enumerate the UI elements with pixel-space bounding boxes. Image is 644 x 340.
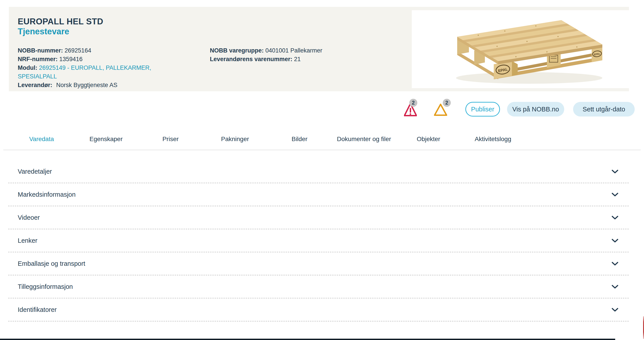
accordion-row-tilleggsinformasjon[interactable]: Tilleggsinformasjon [8,275,629,298]
supplier-item-number-label: Leverandørens varenummer: [210,56,292,62]
nrf-number-row: NRF-nummer: 1359416 [18,55,173,63]
view-on-nobb-button[interactable]: Vis på NOBB.no [507,102,564,116]
section-title: Identifikatorer [18,306,57,314]
nobb-number-value: 26925164 [65,47,91,54]
nrf-number-value: 1359416 [60,56,83,62]
section-title: Varedetaljer [18,168,52,175]
nrf-number-label: NRF-nummer: [18,56,58,62]
nobb-group-value: 0401001 Pallekarmer [266,47,322,54]
nobb-group-label: NOBB varegruppe: [210,47,264,54]
tab-pakninger[interactable]: Pakninger [203,136,267,143]
accordion-row-varedetaljer[interactable]: Varedetaljer [8,160,629,183]
accordion-row-identifikatorer[interactable]: Identifikatorer [8,298,629,322]
accordion-row-emballasje-og-transport[interactable]: Emballasje og transport [8,252,629,275]
chevron-down-icon [612,239,618,243]
error-indicator[interactable]: 2 [404,102,417,117]
tab-aktivitetslogg[interactable]: Aktivitetslogg [461,136,525,143]
product-info-fields: NOBB-nummer: 26925164 NRF-nummer: 135941… [18,46,408,89]
accordion-row-markedsinformasjon[interactable]: Markedsinformasjon [8,183,629,206]
bottom-edge-bar [0,339,615,340]
tab-objekter[interactable]: Objekter [396,136,461,143]
chevron-down-icon [612,216,618,220]
module-row: Modul: 26925149 - EUROPALL, PALLEKARMER,… [18,63,173,81]
nobb-group-row: NOBB varegruppe: 0401001 Pallekarmer [210,46,409,55]
tab-bilder[interactable]: Bilder [267,136,332,143]
warning-indicator[interactable]: 2 [434,103,448,117]
supplier-item-number-value: 21 [294,56,301,62]
tab-egenskaper[interactable]: Egenskaper [74,136,138,143]
tab-varedata[interactable]: Varedata [9,136,74,143]
supplier-label: Leverandør: [18,82,52,88]
chevron-down-icon [612,308,618,312]
section-title: Lenker [18,237,38,244]
tab-priser[interactable]: Priser [138,136,203,143]
page-title: EUROPALL HEL STD [18,16,408,26]
nobb-number-row: NOBB-nummer: 26925164 [18,46,173,55]
tabs-divider [3,150,641,150]
product-tabs: Varedata Egenskaper Priser Pakninger Bil… [9,136,525,143]
warning-count-badge: 2 [443,99,451,107]
info-column-right: NOBB varegruppe: 0401001 Pallekarmer Lev… [210,46,409,63]
product-header: EUROPALL HEL STD Tjenestevare NOBB-numme… [9,7,629,91]
product-type-subtitle: Tjenestevare [18,26,408,36]
header-text-block: EUROPALL HEL STD Tjenestevare NOBB-numme… [18,16,408,89]
varedata-accordion: Varedetaljer Markedsinformasjon Videoer … [8,160,629,322]
publish-button[interactable]: Publiser [466,102,500,116]
info-column-left: NOBB-nummer: 26925164 NRF-nummer: 135941… [18,46,173,89]
error-count-badge: 2 [409,99,417,107]
section-title: Videoer [18,214,40,221]
module-link[interactable]: 26925149 - EUROPALL, PALLEKARMER, SPESIA… [18,64,151,80]
chevron-down-icon [612,285,618,289]
accordion-row-videoer[interactable]: Videoer [8,206,629,229]
supplier-row: Leverandør: Norsk Byggtjeneste AS [18,81,173,89]
chevron-down-icon [612,193,618,196]
nobb-number-label: NOBB-nummer: [18,47,63,54]
section-title: Markedsinformasjon [18,191,76,198]
set-expiry-date-button[interactable]: Sett utgår-dato [573,102,635,116]
section-title: Tilleggsinformasjon [18,283,73,290]
product-image-panel: EPAL EPAL [412,10,629,88]
supplier-item-number-row: Leverandørens varenummer: 21 [210,55,409,63]
chevron-down-icon [612,170,618,173]
accordion-row-lenker[interactable]: Lenker [8,229,629,252]
product-page: EUROPALL HEL STD Tjenestevare NOBB-numme… [0,0,644,340]
europallet-image: EPAL EPAL [412,10,629,88]
offscreen-element-edge [643,316,644,339]
tab-dokumenter-og-filer[interactable]: Dokumenter og filer [332,136,396,143]
section-title: Emballasje og transport [18,260,85,267]
chevron-down-icon [612,262,618,266]
module-label: Modul: [18,64,37,71]
supplier-value: Norsk Byggtjeneste AS [56,82,118,88]
